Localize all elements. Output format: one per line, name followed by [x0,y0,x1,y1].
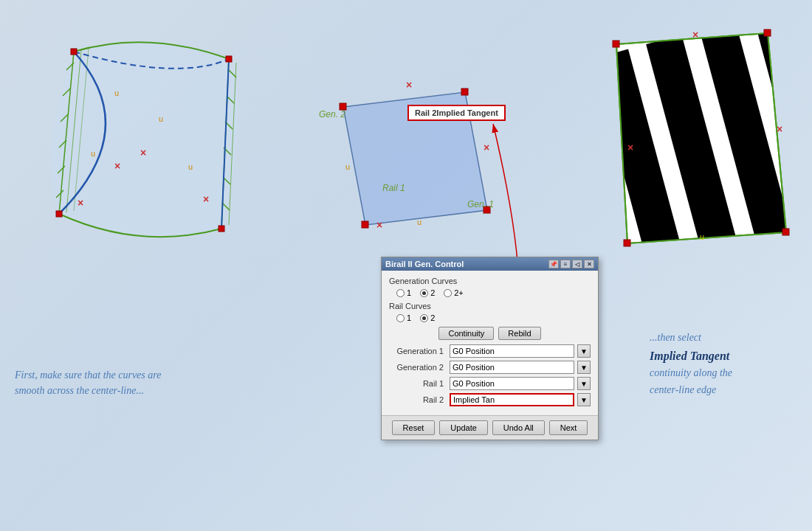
rail2-input[interactable]: Implied Tan [450,393,574,406]
gen-radio-2[interactable] [420,289,428,297]
rail1-label: Rail 1 [389,379,447,388]
generation2-label: Generation 2 [389,363,447,372]
update-button[interactable]: Update [439,420,487,435]
dialog-body: Generation Curves 1 2 2+ Rail Curves 1 [382,271,598,415]
titlebar-close-btn[interactable]: ✕ [584,260,594,268]
bottom-button-row: Reset Update Undo All Next [382,415,598,440]
rail-option-1[interactable]: 1 [396,313,411,322]
rail1-input[interactable]: G0 Position [450,377,574,390]
generation1-input[interactable]: G0 Position [450,344,574,358]
generation2-btn[interactable]: ▼ [577,361,591,374]
titlebar-back-btn[interactable]: ◁ [572,260,582,268]
dialog-title: Birail II Gen. Control [385,260,464,268]
rail-curves-label: Rail Curves [389,302,591,310]
titlebar-menu-btn[interactable]: ≡ [560,260,571,268]
gen-radio-2plus[interactable] [444,289,452,297]
rail-radio-2[interactable] [420,314,428,322]
generation1-btn[interactable]: ▼ [577,344,591,358]
rail2-btn[interactable]: ▼ [577,393,591,406]
generation1-row: Generation 1 G0 Position ▼ [389,344,591,358]
continuity-button[interactable]: Continuity [438,327,494,340]
undo-all-button[interactable]: Undo All [492,420,545,435]
dialog-birail: Birail II Gen. Control 📌 ≡ ◁ ✕ Generatio… [381,257,599,440]
gen-option-1[interactable]: 1 [396,288,411,297]
gen1-label: Gen. 1 [467,199,494,209]
middle-button-row: Continuity Rebild [389,327,591,340]
generation1-label: Generation 1 [389,347,447,355]
reset-button[interactable]: Reset [392,420,436,435]
gen-option-2plus[interactable]: 2+ [444,288,464,297]
generation-curves-options: 1 2 2+ [396,288,591,297]
rail2-label: Rail 2 [389,395,447,404]
generation-curves-label: Generation Curves [389,277,591,285]
gen2-label: Gen. 2 [319,109,345,119]
rail2-tooltip: Rail 2Implied Tangent [407,105,506,121]
rail-radio-1[interactable] [396,314,405,322]
rail-option-2[interactable]: 2 [420,313,435,322]
rail1-label: Rail 1 [382,183,405,193]
generation2-input[interactable]: G0 Position [450,361,574,374]
right-annotation: ...then select Implied Tangent continuit… [650,330,797,398]
rail1-btn[interactable]: ▼ [577,377,591,390]
rebuild-button[interactable]: Rebild [498,327,540,340]
dialog-titlebar: Birail II Gen. Control 📌 ≡ ◁ ✕ [382,257,598,271]
titlebar-pin-btn[interactable]: 📌 [548,260,559,268]
next-button[interactable]: Next [549,420,588,435]
rail2-row: Rail 2 Implied Tan ▼ [389,393,591,406]
gen-radio-1[interactable] [396,289,405,297]
rail1-row: Rail 1 G0 Position ▼ [389,377,591,390]
gen-option-2[interactable]: 2 [420,288,435,297]
titlebar-buttons: 📌 ≡ ◁ ✕ [548,260,594,268]
generation2-row: Generation 2 G0 Position ▼ [389,361,591,374]
left-annotation: First, make sure that the curves aresmoo… [15,367,161,398]
rail-curves-options: 1 2 [396,313,591,322]
